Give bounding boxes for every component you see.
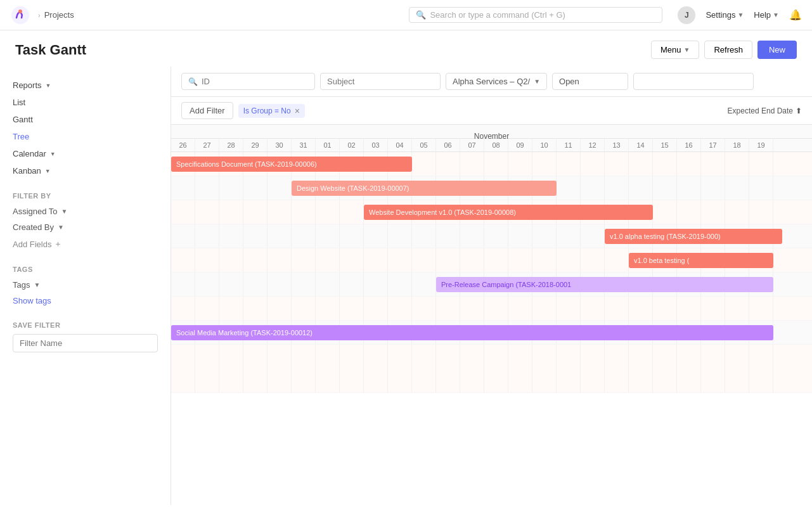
filter-bar: 🔍 Alpha Services – Q2/ ▼ Open — [171, 67, 812, 97]
project-filter[interactable]: Alpha Services – Q2/ ▼ — [446, 73, 547, 90]
table-row: Website Development v1.0 (TASK-2019-0000… — [171, 200, 812, 224]
gantt-day-headers: 26 27 28 29 30 31 01 02 03 04 05 06 07 0… — [171, 139, 812, 152]
sidebar-item-kanban[interactable]: Kanban ▼ — [0, 162, 171, 179]
status-filter[interactable]: Open — [552, 73, 628, 90]
help-dropdown-arrow: ▼ — [773, 11, 779, 18]
top-navigation: › Projects 🔍 Search or type a command (C… — [0, 0, 812, 30]
show-tags-link[interactable]: Show tags — [0, 293, 171, 309]
table-row: Design Website (TASK-2019-00007) — [171, 176, 812, 200]
sidebar-item-list[interactable]: List — [0, 94, 171, 111]
menu-dropdown-arrow: ▼ — [684, 46, 690, 53]
day-13: 13 — [605, 139, 629, 151]
add-filter-button[interactable]: Add Filter — [181, 102, 233, 119]
tags-section-label: TAGS — [0, 263, 171, 277]
day-31: 31 — [292, 139, 316, 151]
task-bar-1[interactable]: Specifications Document (TASK-2019-00006… — [171, 157, 412, 172]
table-row: v1.0 beta testing ( — [171, 248, 812, 273]
day-10: 10 — [532, 139, 557, 151]
svg-point-0 — [11, 6, 29, 24]
table-row — [171, 297, 812, 321]
gantt-chart[interactable]: November 26 27 28 29 30 31 01 02 03 04 0… — [171, 125, 812, 505]
page-title: Task Gantt — [15, 42, 86, 58]
page-actions: Menu ▼ Refresh New — [651, 41, 797, 59]
remove-filter-icon[interactable]: × — [295, 106, 300, 115]
expected-end-date-sort[interactable]: Expected End Date ⬆ — [728, 106, 802, 115]
breadcrumb-chevron: › — [38, 11, 41, 19]
sidebar: Reports ▼ List Gantt Tree Calendar ▼ Kan… — [0, 67, 171, 505]
day-05: 05 — [412, 139, 436, 151]
task-bar-2[interactable]: Design Website (TASK-2019-00007) — [292, 181, 557, 196]
assigned-to-filter[interactable]: Assigned To ▼ — [0, 203, 171, 219]
sidebar-item-calendar[interactable]: Calendar ▼ — [0, 145, 171, 162]
day-30: 30 — [267, 139, 292, 151]
extra-input-field[interactable] — [640, 77, 747, 86]
task-bar-4[interactable]: v1.0 alpha testing (TASK-2019-000) — [605, 229, 782, 244]
day-01: 01 — [316, 139, 340, 151]
day-19: 19 — [749, 139, 773, 151]
add-fields-button[interactable]: Add Fields ＋ — [0, 235, 171, 253]
topnav-right: J Settings ▼ Help ▼ 🔔 — [678, 6, 802, 24]
is-group-filter-tag: Is Group = No × — [238, 104, 305, 118]
subject-filter-input[interactable] — [320, 73, 441, 90]
settings-button[interactable]: Settings ▼ — [706, 10, 744, 20]
table-row: Social Media Marketing (TASK-2019-00012) — [171, 321, 812, 345]
task-bar-8[interactable]: Social Media Marketing (TASK-2019-00012) — [171, 325, 773, 340]
created-by-arrow: ▼ — [58, 224, 64, 231]
sidebar-item-tree[interactable]: Tree — [0, 128, 171, 145]
calendar-dropdown-arrow: ▼ — [50, 151, 56, 157]
table-row: v1.0 alpha testing (TASK-2019-000) — [171, 224, 812, 248]
day-28: 28 — [219, 139, 243, 151]
search-icon: 🔍 — [416, 10, 426, 20]
sort-icon: ⬆ — [796, 106, 802, 115]
id-filter-input[interactable]: 🔍 — [181, 73, 315, 90]
main-layout: Reports ▼ List Gantt Tree Calendar ▼ Kan… — [0, 67, 812, 505]
reports-dropdown-arrow: ▼ — [46, 82, 51, 89]
id-input-field[interactable] — [202, 77, 308, 86]
day-15: 15 — [653, 139, 677, 151]
sidebar-item-gantt[interactable]: Gantt — [0, 111, 171, 128]
day-16: 16 — [677, 139, 701, 151]
new-button[interactable]: New — [757, 41, 797, 59]
task-bar-6[interactable]: Pre-Release Campaign (TASK-2018-0001 — [436, 277, 773, 292]
table-row: Pre-Release Campaign (TASK-2018-0001 — [171, 273, 812, 297]
day-03: 03 — [364, 139, 388, 151]
day-09: 09 — [508, 139, 532, 151]
day-08: 08 — [484, 139, 508, 151]
extra-filter[interactable] — [633, 73, 754, 90]
filter-name-input[interactable] — [13, 334, 158, 352]
day-04: 04 — [388, 139, 412, 151]
kanban-dropdown-arrow: ▼ — [45, 168, 51, 174]
project-filter-value: Alpha Services – Q2/ — [453, 77, 530, 86]
page-header: Task Gantt Menu ▼ Refresh New — [0, 30, 812, 67]
sidebar-item-reports[interactable]: Reports ▼ — [0, 77, 171, 94]
add-fields-plus-icon: ＋ — [54, 238, 62, 250]
created-by-filter[interactable]: Created By ▼ — [0, 219, 171, 235]
breadcrumb-projects[interactable]: Projects — [44, 10, 74, 20]
breadcrumb: › Projects — [38, 10, 74, 20]
user-avatar[interactable]: J — [678, 6, 695, 24]
subject-input-field[interactable] — [327, 77, 434, 86]
save-filter-label: SAVE FILTER — [13, 321, 158, 329]
search-placeholder: Search or type a command (Ctrl + G) — [430, 10, 565, 20]
day-02: 02 — [340, 139, 364, 151]
day-12: 12 — [581, 139, 605, 151]
gantt-body: Specifications Document (TASK-2019-00006… — [171, 152, 812, 393]
id-search-icon: 🔍 — [188, 77, 198, 86]
notifications-bell-icon[interactable]: 🔔 — [789, 9, 802, 21]
svg-point-1 — [18, 10, 22, 13]
task-bar-3[interactable]: Website Development v1.0 (TASK-2019-0000… — [364, 205, 653, 220]
search-bar[interactable]: 🔍 Search or type a command (Ctrl + G) — [409, 7, 662, 23]
day-07: 07 — [460, 139, 484, 151]
filter-by-section: FILTER BY Assigned To ▼ Created By ▼ Add… — [0, 189, 171, 253]
task-bar-5[interactable]: v1.0 beta testing ( — [629, 253, 773, 268]
project-dropdown-arrow: ▼ — [534, 78, 540, 85]
tags-section: TAGS Tags ▼ Show tags — [0, 263, 171, 309]
app-logo[interactable] — [10, 5, 30, 25]
help-button[interactable]: Help ▼ — [754, 10, 779, 20]
tags-filter[interactable]: Tags ▼ — [0, 277, 171, 293]
menu-button[interactable]: Menu ▼ — [651, 41, 699, 59]
table-row — [171, 345, 812, 393]
filter-row: Add Filter Is Group = No × Expected End … — [171, 97, 812, 125]
refresh-button[interactable]: Refresh — [704, 41, 752, 59]
day-18: 18 — [725, 139, 749, 151]
